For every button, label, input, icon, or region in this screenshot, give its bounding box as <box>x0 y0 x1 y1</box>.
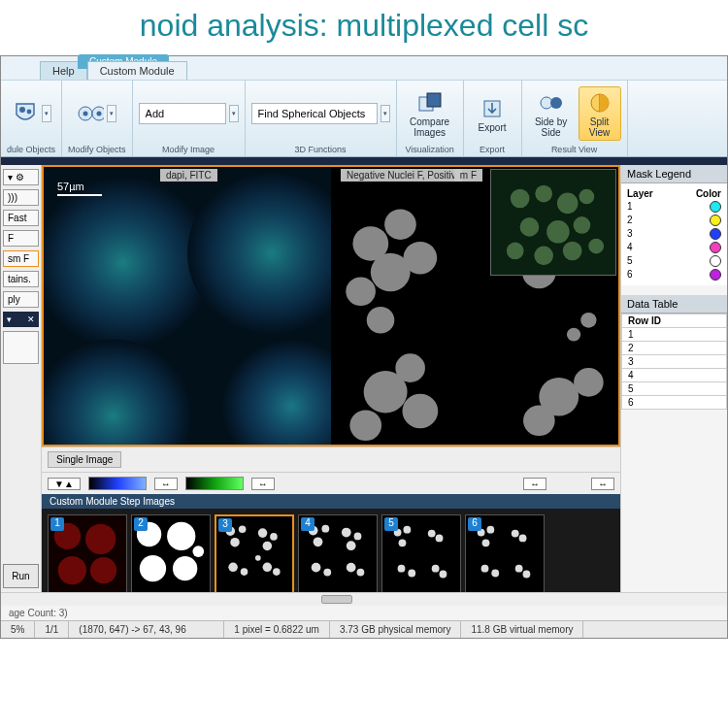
mask-legend: LayerColor 123456 <box>621 183 727 285</box>
svg-point-94 <box>428 530 436 538</box>
svg-point-5 <box>83 112 88 116</box>
ribbon-group-label: 3D Functions <box>251 143 390 154</box>
run-button[interactable]: Run <box>3 564 39 588</box>
table-row[interactable]: 2 <box>622 342 727 355</box>
svg-point-72 <box>270 533 278 541</box>
panel-close-bar[interactable]: ▾✕ <box>3 312 39 327</box>
table-row[interactable]: 6 <box>622 396 727 410</box>
histogram-blue[interactable] <box>88 477 147 490</box>
step-thumb-4[interactable]: 4 <box>298 514 378 594</box>
svg-point-81 <box>321 525 329 533</box>
empty-field[interactable] <box>3 331 39 364</box>
menu-tab-custom-module[interactable]: Custom Module <box>87 61 187 80</box>
svg-point-40 <box>574 368 604 397</box>
svg-point-82 <box>314 537 323 546</box>
close-icon[interactable]: ✕ <box>27 314 35 324</box>
shield-cells-icon[interactable] <box>12 100 39 127</box>
svg-point-0 <box>19 107 25 113</box>
split-viewer[interactable]: dapi, FITC 57µm Negative Nuclei F, Posit… <box>42 165 620 447</box>
button-label: Side by Side <box>532 116 571 138</box>
modify-image-input[interactable] <box>139 103 226 124</box>
step-thumb-2[interactable]: 2 <box>131 514 211 594</box>
svg-point-102 <box>486 526 494 534</box>
svg-point-83 <box>342 528 351 538</box>
ribbon-group-label: Visualization <box>403 143 457 154</box>
step-thumb-1[interactable]: 1 <box>48 514 127 594</box>
svg-point-75 <box>241 568 248 576</box>
svg-point-60 <box>90 557 116 583</box>
table-row[interactable]: 3 <box>622 355 727 369</box>
chevron-down-icon[interactable]: ▾ <box>381 105 390 122</box>
arrows-h-icon[interactable]: ↔ <box>251 478 275 490</box>
legend-header: Color <box>696 188 721 199</box>
filter-f-item[interactable]: F <box>3 230 39 247</box>
svg-point-47 <box>557 193 579 215</box>
svg-point-89 <box>357 569 365 577</box>
right-panel: Mask Legend LayerColor 123456 Data Table… <box>620 165 727 592</box>
color-swatch <box>710 215 721 226</box>
color-swatch <box>710 201 721 213</box>
export-button[interactable]: Export <box>475 93 511 135</box>
legend-layer: 2 <box>627 215 633 226</box>
step-thumb-6[interactable]: 6 <box>465 514 545 594</box>
chevron-down-icon[interactable]: ▾ <box>107 105 116 122</box>
left-panel: ▾ ⚙ ))) Fast F sm F tains. ply ▾✕ Run <box>1 165 42 592</box>
panel-dropdown[interactable]: ▾ ⚙ <box>3 169 39 185</box>
arrows-h-icon[interactable]: ↔ <box>591 478 614 490</box>
button-label: Export <box>479 122 507 133</box>
table-header: Row ID <box>622 314 727 328</box>
expand-icon[interactable]: ▼▲ <box>48 478 81 490</box>
legend-layer: 3 <box>627 228 633 240</box>
svg-point-6 <box>97 112 102 116</box>
modify-objects-icon[interactable] <box>77 100 104 127</box>
side-by-side-button[interactable]: Side by Side <box>528 87 575 140</box>
fast-button[interactable]: Fast <box>3 210 39 226</box>
svg-point-25 <box>384 209 416 240</box>
chevron-down-icon[interactable]: ▾ <box>229 105 239 122</box>
svg-rect-9 <box>427 93 441 107</box>
ribbon-group-label: Modify Objects <box>68 143 126 154</box>
svg-point-71 <box>258 528 268 538</box>
compare-images-button[interactable]: Compare Images <box>403 87 457 140</box>
svg-point-95 <box>436 535 444 543</box>
image-area: dapi, FITC 57µm Negative Nuclei F, Posit… <box>42 165 620 592</box>
svg-point-98 <box>432 565 440 573</box>
svg-point-29 <box>367 307 395 334</box>
arrows-h-icon[interactable]: ↔ <box>154 478 178 490</box>
svg-point-106 <box>481 565 489 573</box>
svg-point-93 <box>399 539 407 546</box>
ribbon-group-label: Modify Image <box>139 143 239 154</box>
legend-layer: 1 <box>627 201 633 213</box>
scale-bar: 57µm <box>57 181 102 196</box>
view-pane-right[interactable]: Negative Nuclei F, Positiv m F <box>331 167 618 445</box>
apply-button[interactable]: ply <box>3 291 39 308</box>
svg-point-46 <box>535 185 552 203</box>
stains-item[interactable]: tains. <box>3 271 39 287</box>
image-count-label: age Count: 3) <box>1 606 727 620</box>
ribbon-group-label: Result View <box>528 143 621 154</box>
overview-thumbnail[interactable] <box>490 169 616 276</box>
table-row[interactable]: 5 <box>622 382 727 396</box>
filter-smf-item[interactable]: sm F <box>3 250 39 267</box>
chevron-down-icon[interactable]: ▾ <box>42 105 51 122</box>
svg-point-74 <box>228 563 238 573</box>
data-table[interactable]: Row ID 123456 <box>621 314 727 410</box>
horizontal-scrollbar[interactable] <box>1 592 727 606</box>
histogram-green[interactable] <box>185 477 244 490</box>
color-swatch <box>710 228 721 240</box>
svg-point-1 <box>26 110 31 115</box>
channel-label-right: Negative Nuclei F, Positiv <box>341 169 462 182</box>
split-view-button[interactable]: Split View <box>579 86 621 141</box>
step-thumb-5[interactable]: 5 <box>381 514 461 594</box>
svg-point-36 <box>402 394 438 429</box>
table-row[interactable]: 1 <box>622 328 727 342</box>
wifi-icon[interactable]: ))) <box>3 189 39 206</box>
svg-point-55 <box>588 239 604 254</box>
single-image-tab[interactable]: Single Image <box>48 451 121 468</box>
3d-functions-input[interactable] <box>251 103 378 124</box>
slide-title: noid analysis: multiplexed cell sc <box>0 0 728 55</box>
table-row[interactable]: 4 <box>622 369 727 382</box>
view-pane-left[interactable]: dapi, FITC 57µm <box>44 167 331 445</box>
step-thumb-3[interactable]: 3 <box>215 514 294 594</box>
arrows-h-icon[interactable]: ↔ <box>523 478 546 490</box>
